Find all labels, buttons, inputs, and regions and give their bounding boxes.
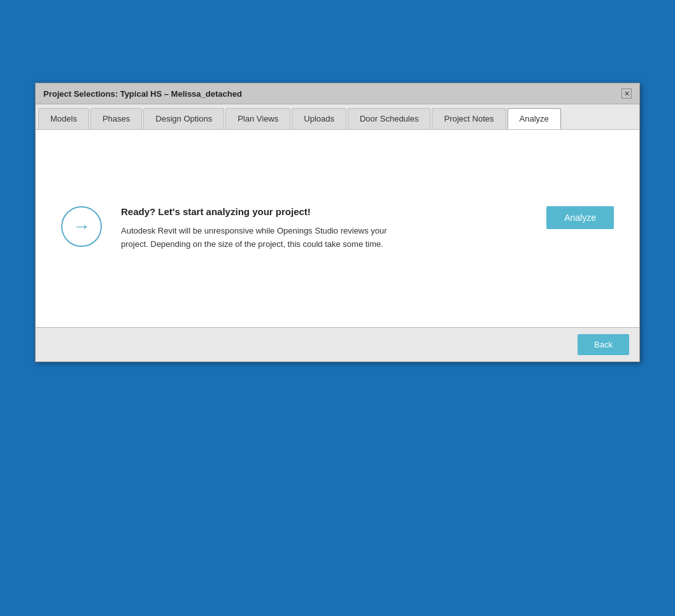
title-bar: Project Selections: Typical HS – Melissa… — [36, 83, 639, 104]
analyze-section: → Ready? Let's start analyzing your proj… — [55, 193, 620, 264]
tab-uploads[interactable]: Uploads — [292, 108, 346, 129]
analyze-heading: Ready? Let's start analyzing your projec… — [121, 206, 527, 217]
analyze-description: Autodesk Revit will be unresponsive whil… — [121, 225, 408, 251]
tab-plan-views[interactable]: Plan Views — [225, 108, 290, 129]
back-button[interactable]: Back — [578, 334, 629, 355]
close-button[interactable]: ✕ — [622, 88, 632, 99]
tab-models[interactable]: Models — [38, 108, 89, 129]
tab-design-options[interactable]: Design Options — [143, 108, 224, 129]
tabs-bar: Models Phases Design Options Plan Views … — [36, 104, 639, 130]
dialog-title: Project Selections: Typical HS – Melissa… — [43, 89, 242, 99]
analyze-button-container: Analyze — [546, 206, 614, 229]
arrow-symbol: → — [73, 216, 90, 237]
tab-phases[interactable]: Phases — [90, 108, 142, 129]
footer-bar: Back — [36, 327, 639, 361]
content-area: → Ready? Let's start analyzing your proj… — [36, 130, 639, 327]
analyze-text-block: Ready? Let's start analyzing your projec… — [121, 206, 527, 251]
analyze-button[interactable]: Analyze — [546, 206, 614, 229]
arrow-icon: → — [61, 206, 102, 247]
tab-analyze[interactable]: Analyze — [508, 108, 561, 129]
project-selections-dialog: Project Selections: Typical HS – Melissa… — [35, 83, 640, 362]
tab-project-notes[interactable]: Project Notes — [432, 108, 506, 129]
tab-door-schedules[interactable]: Door Schedules — [348, 108, 431, 129]
